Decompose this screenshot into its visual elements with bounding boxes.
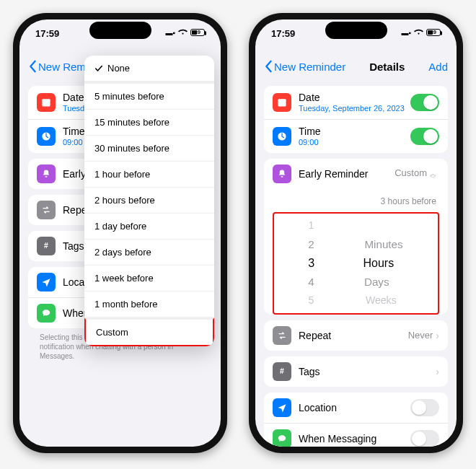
menu-item[interactable]: 5 minutes before [84, 81, 214, 109]
picker-summary: 3 hours before [264, 189, 448, 209]
messaging-toggle[interactable] [410, 430, 439, 447]
repeat-row[interactable]: Repeat Never › [264, 320, 448, 351]
picker-number-col[interactable]: 1 2 3 4 5 [274, 214, 349, 313]
svg-rect-5 [278, 99, 286, 101]
add-button[interactable]: Add [428, 61, 448, 73]
location-row[interactable]: Location [264, 393, 448, 423]
early-reminder-group: Early Reminder Custom︿﹀ 3 hours before 1… [264, 159, 448, 315]
date-toggle[interactable] [410, 94, 439, 111]
menu-item[interactable]: 15 minutes before [84, 109, 214, 135]
menu-item[interactable]: 2 days before [84, 239, 214, 265]
bell-icon [273, 165, 291, 183]
menu-item[interactable]: 2 hours before [84, 187, 214, 213]
repeat-icon [37, 201, 56, 219]
svg-text:#: # [280, 367, 284, 375]
wifi-icon [414, 28, 423, 37]
time-picker[interactable]: 1 2 3 4 5 Minutes Hours Days Weeks [274, 214, 438, 313]
clock-icon [273, 127, 291, 146]
repeat-group: Repeat Never › [264, 320, 448, 351]
svg-rect-1 [42, 99, 50, 101]
page-title: Details [369, 61, 405, 73]
location-messaging-group: Location When Messaging [264, 393, 448, 447]
menu-item[interactable]: 1 hour before [84, 161, 214, 187]
repeat-icon [273, 326, 291, 345]
screen: 17:59 ▬▪ 39 New Reminder DateTuesd [19, 19, 221, 447]
menu-item[interactable]: 30 minutes before [84, 135, 214, 161]
status-time: 17:59 [271, 28, 295, 39]
calendar-icon [273, 93, 291, 112]
message-icon [37, 304, 56, 323]
date-row[interactable]: DateTuesday, September 26, 2023 [264, 86, 448, 119]
status-icons: ▬▪ 39 [401, 28, 441, 37]
checkmark-icon [94, 64, 103, 73]
bell-icon [37, 165, 56, 183]
chevron-right-icon: › [436, 330, 439, 341]
picker-highlight: 1 2 3 4 5 Minutes Hours Days Weeks [273, 212, 439, 315]
menu-item[interactable]: 1 month before [84, 291, 214, 317]
signal-icon: ▬▪ [165, 29, 175, 37]
svg-text:#: # [44, 242, 48, 250]
phone-right: 17:59 ▬▪ 39 New Reminder Details Add Dat… [249, 13, 463, 453]
menu-item-custom[interactable]: Custom [84, 317, 214, 346]
nav-bar: New Reminder Details Add [255, 53, 457, 80]
early-reminder-row[interactable]: Early Reminder Custom︿﹀ [264, 159, 448, 189]
dynamic-island [325, 22, 387, 39]
content: DateTuesday, September 26, 2023 Time09:0… [255, 86, 457, 447]
battery-icon: 39 [426, 29, 441, 36]
status-icons: ▬▪ 39 [165, 28, 205, 37]
status-time: 17:59 [35, 28, 59, 39]
early-reminder-menu: None 5 minutes before 15 minutes before … [84, 56, 214, 346]
location-icon [37, 273, 56, 292]
messaging-row[interactable]: When Messaging [264, 423, 448, 447]
location-icon [273, 398, 291, 417]
back-button[interactable]: New Reminder [264, 60, 345, 73]
back-label: New Reminder [274, 61, 345, 73]
menu-item[interactable]: 1 week before [84, 265, 214, 291]
time-toggle[interactable] [410, 128, 439, 145]
dynamic-island [89, 22, 151, 39]
calendar-icon [37, 93, 56, 112]
screen: 17:59 ▬▪ 39 New Reminder Details Add Dat… [255, 19, 457, 447]
phone-left: 17:59 ▬▪ 39 New Reminder DateTuesd [13, 13, 227, 453]
picker-unit-col[interactable]: Minutes Hours Days Weeks [349, 214, 438, 313]
early-value: Custom︿﹀ [395, 167, 436, 180]
tags-row[interactable]: # Tags › [264, 356, 448, 387]
menu-item-none[interactable]: None [84, 56, 214, 81]
time-row[interactable]: Time09:00 [264, 119, 448, 153]
updown-icon: ︿﹀ [430, 172, 436, 180]
tags-group: # Tags › [264, 356, 448, 387]
hash-icon: # [273, 362, 291, 381]
clock-icon [37, 127, 56, 146]
message-icon [273, 429, 291, 447]
chevron-right-icon: › [436, 366, 439, 377]
wifi-icon [178, 28, 188, 37]
date-time-group: DateTuesday, September 26, 2023 Time09:0… [264, 86, 448, 153]
signal-icon: ▬▪ [401, 29, 411, 37]
location-toggle[interactable] [410, 399, 439, 416]
battery-icon: 39 [190, 29, 205, 36]
hash-icon: # [37, 237, 56, 255]
menu-item[interactable]: 1 day before [84, 213, 214, 239]
